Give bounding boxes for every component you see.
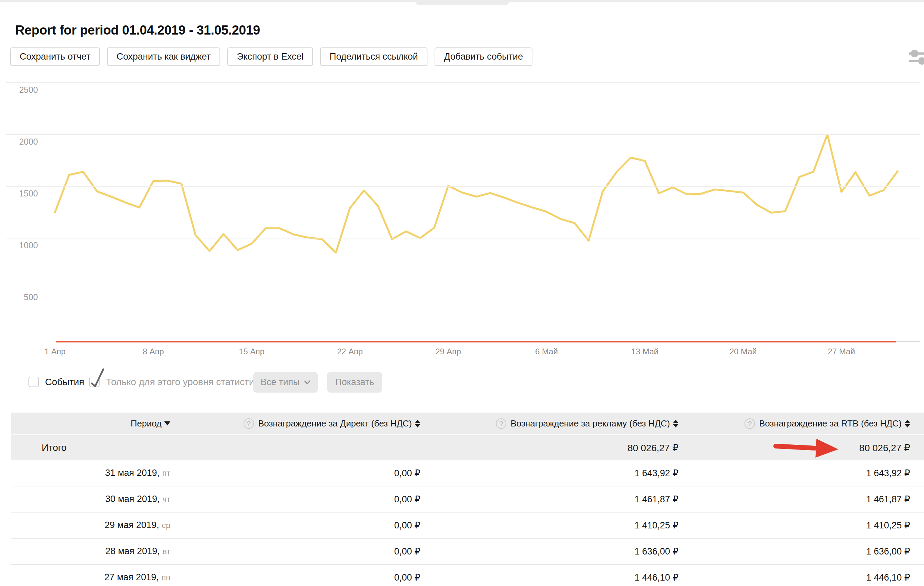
table-body: 31 мая 2019,пт0,00 ₽1 643,92 ₽1 643,92 ₽… [11,461,924,586]
page-title: Report for period 01.04.2019 - 31.05.201… [15,23,260,38]
toolbar-button-2[interactable]: Экспорт в Excel [227,48,313,66]
row-date: 31 мая 2019, [105,468,160,478]
row-rtb-value: 1 636,00 ₽ [678,546,924,557]
row-ads-value: 1 461,87 ₽ [420,494,678,505]
column-header-period[interactable]: Период [11,418,170,429]
help-icon[interactable]: ? [496,418,507,429]
row-direct-value: 0,00 ₽ [170,494,420,505]
row-direct-value: 0,00 ₽ [170,572,420,583]
toolbar-button-1[interactable]: Сохранить как виджет [107,48,220,66]
totals-ads-value: 80 026,27 ₽ [420,442,678,454]
sort-toggle-icon[interactable] [905,420,910,428]
column-header-direct[interactable]: ? Вознаграждение за Директ (без НДС) [170,418,420,429]
row-ads-value: 1 636,00 ₽ [420,546,678,557]
chart-settings-sliders-icon[interactable] [909,50,924,65]
gridline-1500 [6,186,920,187]
column-header-ads-label: Вознаграждение за рекламу (без НДС) [510,418,670,429]
row-direct-value: 0,00 ₽ [170,520,420,531]
only-this-level-checkbox[interactable] [89,377,100,387]
column-header-period-label: Период [131,418,162,429]
table-row-4[interactable]: 27 мая 2019,пн0,00 ₽1 446,10 ₽1 446,10 ₽ [11,565,924,586]
column-header-rtb[interactable]: ? Вознаграждение за RTB (без НДС) [678,418,924,429]
timeline-unselected-range[interactable] [896,341,920,342]
row-rtb-value: 1 461,87 ₽ [678,494,924,505]
help-icon[interactable]: ? [744,418,755,429]
show-events-button[interactable]: Показать [327,372,382,393]
x-axis-tick-7: 13 Май [621,347,668,357]
row-date: 28 мая 2019, [106,546,160,556]
x-axis-tick-4: 22 Апр [326,347,374,357]
y-axis-tick-2500: 2500 [0,85,38,95]
report-toolbar: Сохранить отчетСохранить как виджетЭкспо… [10,48,533,66]
gridline-2000 [6,134,920,135]
column-header-rtb-label: Вознаграждение за RTB (без НДС) [759,418,902,429]
x-axis-tick-3: 15 Апр [228,347,276,357]
y-axis-tick-1000: 1000 [0,241,38,250]
toolbar-button-4[interactable]: Добавить событие [435,48,533,66]
column-header-ads[interactable]: ? Вознаграждение за рекламу (без НДС) [420,418,678,429]
row-weekday: пн [162,573,170,582]
row-date: 27 мая 2019, [104,572,159,583]
browser-tab-remnant [415,0,509,5]
x-axis-tick-5: 29 Апр [424,347,472,357]
table-header-row: Период ? Вознаграждение за Директ (без Н… [11,413,924,434]
row-weekday: чт [163,495,171,504]
row-date: 29 мая 2019, [105,520,159,530]
x-axis-tick-9: 27 Май [818,347,865,357]
gridline-1000 [6,238,920,238]
toolbar-button-3[interactable]: Поделиться ссылкой [320,48,427,66]
x-axis-tick-6: 6 Май [523,347,570,357]
row-date-cell: 29 мая 2019,ср [11,520,170,530]
y-axis-tick-2000: 2000 [0,137,38,147]
x-axis-tick-1: 1 Апр [31,347,79,357]
only-this-level-label[interactable]: Только для этого уровня статистики [106,377,264,387]
event-type-dropdown-value: Все типы [261,377,300,388]
table-row-1[interactable]: 30 мая 2019,чт0,00 ₽1 461,87 ₽1 461,87 ₽ [11,486,924,512]
show-events-button-label: Показать [335,377,374,388]
chart-line-series [55,134,898,253]
x-axis-tick-8: 20 Май [719,347,767,357]
sort-toggle-icon[interactable] [673,420,678,428]
events-checkbox[interactable] [28,377,39,387]
row-ads-value: 1 410,25 ₽ [420,520,678,531]
totals-label: Итого [11,442,170,453]
row-rtb-value: 1 643,92 ₽ [678,468,924,479]
table-row-0[interactable]: 31 мая 2019,пт0,00 ₽1 643,92 ₽1 643,92 ₽ [11,461,924,486]
table-row-3[interactable]: 28 мая 2019,вт0,00 ₽1 636,00 ₽1 636,00 ₽ [11,538,924,565]
events-checkbox-label[interactable]: События [45,377,84,387]
rewards-line-chart[interactable]: 25002000150010005001 Апр8 Апр15 Апр22 Ап… [0,78,924,349]
help-icon[interactable]: ? [244,418,254,429]
y-axis-tick-500: 500 [0,292,38,302]
column-header-direct-label: Вознаграждение за Директ (без НДС) [258,418,412,429]
table-row-2[interactable]: 29 мая 2019,ср0,00 ₽1 410,25 ₽1 410,25 ₽ [11,512,924,538]
row-ads-value: 1 643,92 ₽ [420,468,678,479]
sort-desc-icon [164,421,170,426]
totals-row: Итого 80 026,27 ₽ 80 026,27 ₽ [11,434,924,461]
row-ads-value: 1 446,10 ₽ [420,572,678,583]
row-direct-value: 0,00 ₽ [170,468,420,479]
annotation-arrow-icon [772,435,844,461]
chevron-down-icon [304,380,310,385]
row-weekday: ср [162,521,170,530]
sort-toggle-icon[interactable] [415,420,420,428]
row-date: 30 мая 2019, [106,494,160,504]
row-date-cell: 30 мая 2019,чт [11,494,170,504]
x-axis-tick-2: 8 Апр [130,347,177,357]
timeline-selected-range[interactable] [56,341,896,342]
row-date-cell: 31 мая 2019,пт [11,468,170,478]
row-rtb-value: 1 410,25 ₽ [678,520,924,531]
row-date-cell: 28 мая 2019,вт [11,546,170,556]
gridline-500 [6,290,920,290]
event-type-dropdown[interactable]: Все типы [253,372,318,393]
y-axis-tick-1500: 1500 [0,189,38,198]
gridline-2500 [6,82,920,83]
row-rtb-value: 1 446,10 ₽ [678,572,924,583]
row-weekday: пт [162,469,170,478]
row-weekday: вт [163,547,170,556]
rewards-table: Период ? Вознаграждение за Директ (без Н… [11,413,924,586]
row-date-cell: 27 мая 2019,пн [11,572,170,583]
toolbar-button-0[interactable]: Сохранить отчет [10,48,100,66]
row-direct-value: 0,00 ₽ [170,546,420,557]
